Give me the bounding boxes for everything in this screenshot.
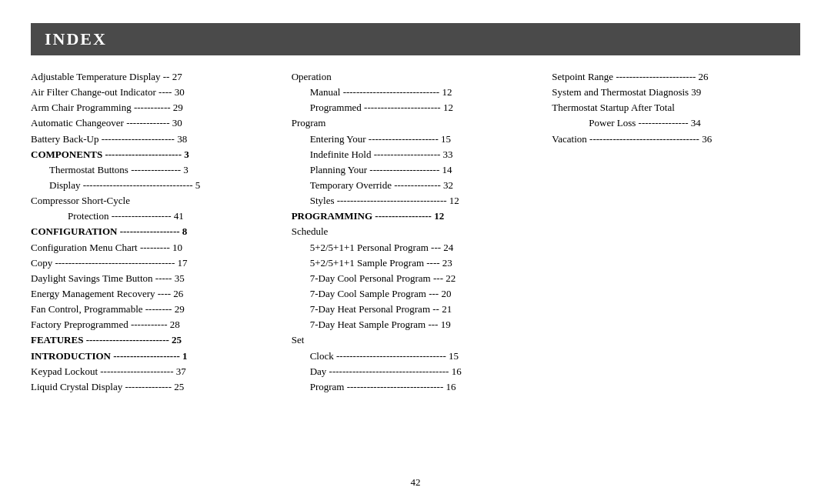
index-entry: Temporary Override -------------- 32 bbox=[292, 178, 540, 193]
index-entry: Styles ---------------------------------… bbox=[292, 193, 540, 209]
index-entry: Configuration Menu Chart --------- 10 bbox=[31, 240, 279, 255]
index-entry: Automatic Changeover ------------- 30 bbox=[31, 115, 279, 131]
index-entry: Operation bbox=[292, 69, 540, 85]
column-1: Adjustable Temperature Display -- 27Air … bbox=[31, 69, 292, 469]
index-entry: Daylight Savings Time Button ----- 35 bbox=[31, 271, 279, 286]
index-entry: Adjustable Temperature Display -- 27 bbox=[31, 69, 279, 85]
index-entry: Protection ------------------ 41 bbox=[31, 209, 279, 224]
index-entry: FEATURES ------------------------- 25 bbox=[31, 332, 279, 348]
index-entry: Fan Control, Programmable -------- 29 bbox=[31, 302, 279, 317]
index-entry: Air Filter Change-out Indicator ---- 30 bbox=[31, 85, 279, 100]
index-entry: 5+2/5+1+1 Sample Program ---- 23 bbox=[292, 255, 540, 271]
index-entry: Program bbox=[292, 115, 540, 131]
index-entry: 7-Day Heat Personal Program -- 21 bbox=[292, 302, 540, 317]
index-entry: Factory Preprogrammed ----------- 28 bbox=[31, 317, 279, 332]
index-entry: Energy Management Recovery ---- 26 bbox=[31, 286, 279, 302]
index-entry: 5+2/5+1+1 Personal Program --- 24 bbox=[292, 240, 540, 255]
index-entry: Set bbox=[292, 332, 540, 348]
index-entry: 7-Day Cool Sample Program --- 20 bbox=[292, 286, 540, 302]
index-entry: Battery Back-Up ---------------------- 3… bbox=[31, 132, 279, 147]
index-entry: Setpoint Range ------------------------ … bbox=[552, 69, 800, 85]
page-footer: 42 bbox=[31, 476, 800, 489]
index-entry: Thermostat Buttons --------------- 3 bbox=[31, 162, 279, 178]
index-entry: Program ----------------------------- 16 bbox=[292, 379, 540, 395]
index-entry: INTRODUCTION -------------------- 1 bbox=[31, 349, 279, 364]
index-entry: Vacation -------------------------------… bbox=[552, 132, 800, 147]
index-entry: 7-Day Heat Sample Program --- 19 bbox=[292, 317, 540, 332]
index-entry: Copy -----------------------------------… bbox=[31, 255, 279, 271]
columns-container: Adjustable Temperature Display -- 27Air … bbox=[31, 69, 800, 469]
index-entry: Keypad Lockout ---------------------- 37 bbox=[31, 364, 279, 379]
index-entry: 7-Day Cool Personal Program --- 22 bbox=[292, 271, 540, 286]
page: INDEX Adjustable Temperature Display -- … bbox=[0, 0, 831, 504]
index-entry: PROGRAMMING ----------------- 12 bbox=[292, 209, 540, 224]
index-header: INDEX bbox=[31, 23, 800, 55]
index-entry: Planning Your --------------------- 14 bbox=[292, 162, 540, 178]
index-entry: Arm Chair Programming ----------- 29 bbox=[31, 100, 279, 115]
index-entry: Schedule bbox=[292, 224, 540, 239]
column-2: OperationManual ------------------------… bbox=[292, 69, 552, 469]
index-entry: Clock --------------------------------- … bbox=[292, 349, 540, 364]
index-entry: CONFIGURATION ------------------ 8 bbox=[31, 224, 279, 239]
index-entry: Day ------------------------------------… bbox=[292, 364, 540, 379]
index-entry: Programmed ----------------------- 12 bbox=[292, 100, 540, 115]
index-entry: Thermostat Startup After Total bbox=[552, 100, 800, 115]
index-entry: System and Thermostat Diagnosis 39 bbox=[552, 85, 800, 100]
index-entry: Liquid Crystal Display -------------- 25 bbox=[31, 379, 279, 395]
index-entry: Entering Your --------------------- 15 bbox=[292, 132, 540, 147]
index-entry: Indefinite Hold -------------------- 33 bbox=[292, 147, 540, 162]
column-3: Setpoint Range ------------------------ … bbox=[552, 69, 800, 469]
index-entry: COMPONENTS ----------------------- 3 bbox=[31, 147, 279, 162]
index-entry: Manual ----------------------------- 12 bbox=[292, 85, 540, 100]
index-entry: Power Loss --------------- 34 bbox=[552, 115, 800, 131]
index-entry: Display --------------------------------… bbox=[31, 178, 279, 193]
index-entry: Compressor Short-Cycle bbox=[31, 193, 279, 209]
